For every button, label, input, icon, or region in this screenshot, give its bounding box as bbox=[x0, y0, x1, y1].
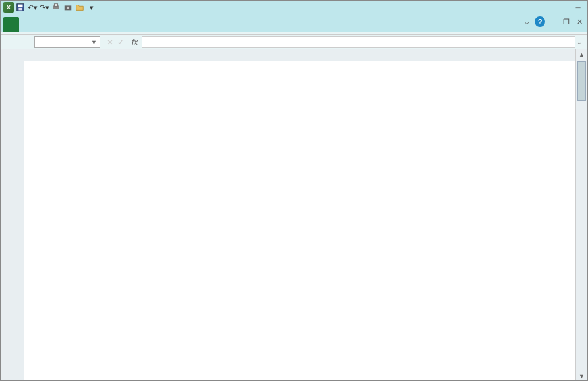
svg-rect-1 bbox=[18, 5, 23, 7]
undo-icon[interactable]: ↶▾ bbox=[27, 2, 38, 13]
scroll-up-icon[interactable]: ▲ bbox=[576, 49, 587, 60]
ribbon-minimize-icon[interactable]: ⌵ bbox=[521, 16, 532, 27]
open-icon[interactable] bbox=[74, 2, 85, 13]
name-box-dropdown-icon[interactable]: ▼ bbox=[91, 39, 97, 45]
print-preview-icon[interactable] bbox=[51, 2, 61, 13]
name-box[interactable]: ▼ bbox=[34, 36, 100, 48]
svg-rect-4 bbox=[54, 4, 57, 7]
tab-formulas[interactable] bbox=[74, 17, 93, 32]
svg-rect-2 bbox=[18, 8, 22, 11]
help-icon[interactable]: ? bbox=[535, 16, 545, 27]
camera-icon[interactable] bbox=[63, 2, 73, 13]
file-tab[interactable] bbox=[3, 17, 19, 32]
excel-icon: X bbox=[3, 2, 14, 13]
vertical-scrollbar[interactable]: ▲ ▼ bbox=[575, 49, 587, 381]
scroll-thumb[interactable] bbox=[577, 61, 586, 101]
tab-insert[interactable] bbox=[38, 17, 56, 32]
wb-minimize-icon[interactable]: ─ bbox=[548, 16, 558, 27]
tab-developer[interactable] bbox=[148, 17, 167, 32]
tab-data[interactable] bbox=[93, 17, 111, 32]
title-bar: X ↶▾ ↷▾ ▾ ─ bbox=[1, 1, 587, 14]
column-headers bbox=[24, 49, 575, 61]
formula-accept-icon[interactable]: ✓ bbox=[117, 38, 124, 47]
tab-view[interactable] bbox=[130, 17, 148, 32]
qat-customize-icon[interactable]: ▾ bbox=[86, 2, 97, 13]
quick-access-toolbar: X ↶▾ ↷▾ ▾ bbox=[1, 2, 97, 13]
formula-cancel-icon[interactable]: ✕ bbox=[107, 38, 113, 47]
select-all-corner[interactable] bbox=[1, 49, 24, 61]
wb-close-icon[interactable]: ✕ bbox=[574, 16, 585, 27]
minimize-button[interactable]: ─ bbox=[572, 3, 585, 12]
tab-review[interactable] bbox=[111, 17, 130, 32]
tab-home[interactable] bbox=[19, 17, 38, 32]
wb-restore-icon[interactable]: ❐ bbox=[561, 16, 572, 27]
fx-icon[interactable]: fx bbox=[128, 38, 142, 47]
row-headers bbox=[1, 61, 24, 381]
redo-icon[interactable]: ↷▾ bbox=[39, 2, 49, 13]
svg-point-6 bbox=[67, 7, 69, 9]
scroll-down-icon[interactable]: ▼ bbox=[576, 371, 587, 381]
cell-grid[interactable] bbox=[24, 61, 575, 381]
window-buttons: ─ bbox=[572, 3, 587, 12]
formula-expand-icon[interactable]: ⌄ bbox=[577, 39, 586, 45]
tab-pagelayout[interactable] bbox=[56, 17, 74, 32]
tab-addins[interactable] bbox=[167, 17, 185, 32]
formula-input[interactable] bbox=[142, 36, 575, 48]
ribbon-tabs: ⌵ ? ─ ❐ ✕ bbox=[1, 14, 587, 32]
worksheet-area: ▲ ▼ bbox=[1, 49, 587, 381]
save-icon[interactable] bbox=[15, 2, 26, 13]
formula-bar: ▼ ✕ ✓ fx ⌄ bbox=[1, 35, 587, 49]
